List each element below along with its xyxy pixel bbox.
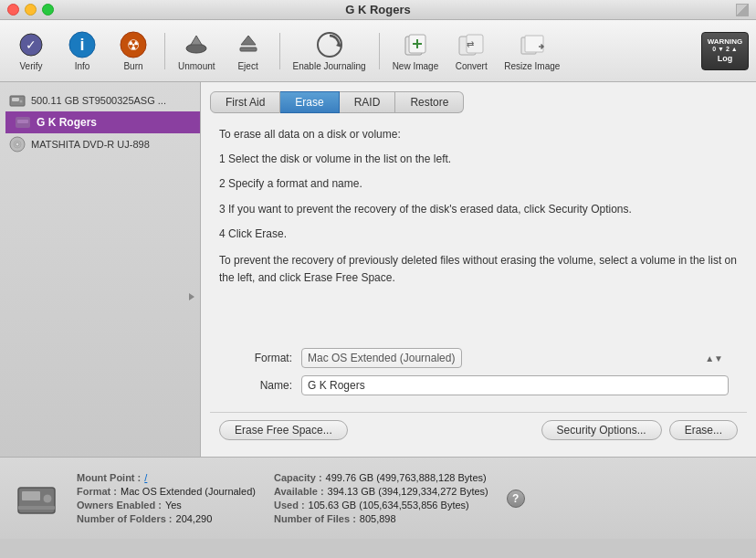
sidebar-volume[interactable]: G K Rogers xyxy=(5,111,200,133)
available-value: 394.13 GB (394,129,334,272 Bytes) xyxy=(328,486,488,497)
erase-instructions: To erase all data on a disk or volume: 1… xyxy=(210,122,747,339)
sidebar-collapse[interactable] xyxy=(0,155,200,301)
log-button[interactable]: WARNING 0 ▼ 2 ▲ Log xyxy=(701,32,749,70)
svg-marker-29 xyxy=(189,293,194,300)
mount-point-value[interactable]: / xyxy=(144,472,147,483)
format-label: Format: xyxy=(228,352,292,364)
sidebar: 500.11 GB ST9500325ASG ... G K Rogers M xyxy=(0,82,201,457)
convert-label: Convert xyxy=(456,61,488,71)
content-panel: First Aid Erase RAID Restore To erase al… xyxy=(201,82,756,457)
owners-row: Owners Enabled : Yes xyxy=(77,500,256,511)
sidebar-disk[interactable]: 500.11 GB ST9500325ASG ... xyxy=(0,89,200,111)
info-icon: i xyxy=(68,30,97,59)
status-bar: Mount Point : / Format : Mac OS Extended… xyxy=(0,457,756,539)
tab-first-aid[interactable]: First Aid xyxy=(210,91,280,113)
convert-icon: ⇄ xyxy=(457,30,486,59)
files-key: Number of Files : xyxy=(274,513,356,524)
svg-rect-22 xyxy=(12,98,19,101)
svg-rect-9 xyxy=(240,47,257,51)
close-button[interactable] xyxy=(7,4,19,16)
burn-label: Burn xyxy=(123,61,142,71)
titlebar: G K Rogers xyxy=(0,0,756,20)
toolbar-new-image[interactable]: New Image xyxy=(387,25,445,78)
bottom-buttons: Erase Free Space... Security Options... … xyxy=(210,412,747,447)
log-label: Log xyxy=(718,54,733,63)
format-select-wrapper: Mac OS Extended (Journaled) ▲▼ xyxy=(301,348,729,368)
window-controls[interactable] xyxy=(7,4,54,16)
tab-raid[interactable]: RAID xyxy=(340,91,396,113)
status-right-column: Capacity : 499.76 GB (499,763,888,128 By… xyxy=(274,472,488,524)
sidebar-volume-label: G K Rogers xyxy=(37,116,97,129)
toolbar-unmount[interactable]: Unmount xyxy=(173,25,221,78)
used-row: Used : 105.63 GB (105,634,553,856 Bytes) xyxy=(274,500,488,511)
erase-button[interactable]: Erase... xyxy=(669,420,738,440)
svg-marker-7 xyxy=(191,36,202,45)
svg-text:✓: ✓ xyxy=(26,37,37,52)
instructions-paragraph2: To prevent the recovery of previously de… xyxy=(219,252,738,287)
capacity-value: 499.76 GB (499,763,888,128 Bytes) xyxy=(326,472,487,483)
format-row: Format : Mac OS Extended (Journaled) xyxy=(77,486,256,497)
resize-image-icon xyxy=(518,30,547,59)
toolbar-separator-3 xyxy=(379,33,380,69)
svg-marker-8 xyxy=(241,36,256,45)
used-value: 105.63 GB (105,634,553,856 Bytes) xyxy=(309,500,469,511)
tab-erase[interactable]: Erase xyxy=(280,91,339,113)
name-label: Name: xyxy=(228,379,292,392)
sidebar-disk-label: 500.11 GB ST9500325ASG ... xyxy=(31,95,166,106)
toolbar-eject[interactable]: Eject xyxy=(225,25,272,78)
name-input[interactable] xyxy=(301,375,729,395)
toolbar-verify[interactable]: ✓ Verify xyxy=(7,25,55,78)
folders-key: Number of Folders : xyxy=(77,513,173,524)
svg-rect-31 xyxy=(22,491,40,500)
available-row: Available : 394.13 GB (394,129,334,272 B… xyxy=(274,486,488,497)
verify-label: Verify xyxy=(19,61,42,71)
instructions-step3: 3 If you want to prevent the recovery of… xyxy=(219,201,738,218)
enable-journaling-icon xyxy=(315,30,344,59)
capacity-row: Capacity : 499.76 GB (499,763,888,128 By… xyxy=(274,472,488,483)
toolbar-enable-journaling[interactable]: Enable Journaling xyxy=(288,25,372,78)
owners-key: Owners Enabled : xyxy=(77,500,162,511)
minimize-button[interactable] xyxy=(25,4,37,16)
folders-value: 204,290 xyxy=(176,513,213,524)
status-format-value: Mac OS Extended (Journaled) xyxy=(121,486,256,497)
resize-image-label: Resize Image xyxy=(504,61,560,71)
toolbar-resize-image[interactable]: Resize Image xyxy=(499,25,565,78)
name-row: Name: xyxy=(228,375,729,395)
svg-rect-20 xyxy=(525,36,543,52)
maximize-button[interactable] xyxy=(42,4,54,16)
svg-text:⇄: ⇄ xyxy=(467,39,474,49)
tab-bar: First Aid Erase RAID Restore xyxy=(210,91,747,113)
volume-icon xyxy=(15,114,31,131)
info-label: Info xyxy=(75,61,90,71)
select-arrow-icon: ▲▼ xyxy=(705,353,723,363)
eject-label: Eject xyxy=(237,61,257,71)
help-button[interactable]: ? xyxy=(507,490,525,508)
unmount-label: Unmount xyxy=(178,61,215,71)
unmount-icon xyxy=(182,30,211,59)
verify-icon: ✓ xyxy=(16,30,46,59)
dvd-icon xyxy=(9,136,26,153)
security-options-button[interactable]: Security Options... xyxy=(541,420,662,440)
tab-restore[interactable]: Restore xyxy=(395,91,464,113)
format-select[interactable]: Mac OS Extended (Journaled) xyxy=(301,348,462,368)
instructions-step4: 4 Click Erase. xyxy=(219,226,738,243)
erase-free-space-button[interactable]: Erase Free Space... xyxy=(219,420,348,440)
svg-point-23 xyxy=(19,100,23,103)
svg-rect-25 xyxy=(17,120,28,123)
owners-value: Yes xyxy=(165,500,182,511)
instructions-step2: 2 Specify a format and name. xyxy=(219,175,738,193)
main-area: 500.11 GB ST9500325ASG ... G K Rogers M xyxy=(0,82,756,457)
instructions-heading: To erase all data on a disk or volume: xyxy=(219,126,738,143)
sidebar-dvd[interactable]: MATSHITA DVD-R UJ-898 xyxy=(0,133,200,155)
new-image-icon xyxy=(401,30,430,59)
toolbar-info[interactable]: i Info xyxy=(58,25,106,78)
new-image-label: New Image xyxy=(393,61,439,71)
mount-point-row: Mount Point : / xyxy=(77,472,256,483)
toolbar-burn[interactable]: ☢ Burn xyxy=(110,25,157,78)
burn-icon: ☢ xyxy=(119,30,148,59)
toolbar-convert[interactable]: ⇄ Convert xyxy=(447,25,495,78)
svg-point-27 xyxy=(16,142,19,146)
available-key: Available : xyxy=(274,486,324,497)
sidebar-dvd-label: MATSHITA DVD-R UJ-898 xyxy=(31,139,150,150)
mount-point-key: Mount Point : xyxy=(77,472,141,483)
